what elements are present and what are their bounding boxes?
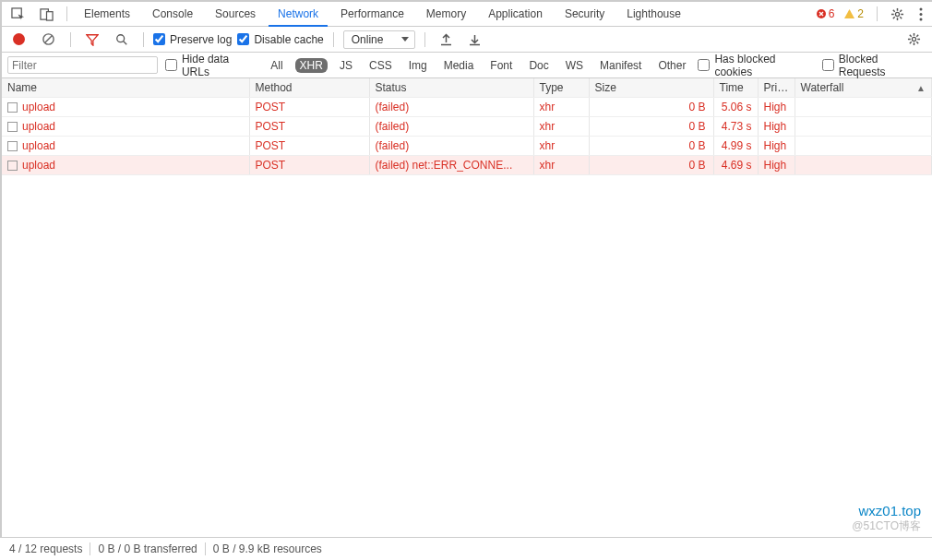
status-transferred: 0 B / 0 B transferred — [98, 542, 197, 555]
cell-type: xhr — [533, 137, 589, 156]
type-filter-js[interactable]: JS — [335, 58, 357, 73]
upload-har-icon[interactable] — [435, 28, 458, 52]
tab-performance[interactable]: Performance — [331, 2, 413, 26]
filter-icon[interactable] — [80, 28, 104, 52]
cell-name: upload — [2, 137, 249, 156]
inspect-element-icon[interactable] — [6, 2, 30, 26]
table-row[interactable]: uploadPOST(failed)xhr0 B4.99 sHigh — [2, 137, 932, 156]
type-filter-ws[interactable]: WS — [561, 58, 588, 73]
cell-name: upload — [2, 117, 249, 137]
cell-name: upload — [2, 98, 249, 117]
row-checkbox[interactable] — [7, 161, 18, 171]
svg-line-10 — [900, 17, 902, 18]
svg-line-9 — [893, 9, 895, 11]
preserve-log-label: Preserve log — [170, 33, 232, 46]
blocked-requests-label: Blocked Requests — [839, 53, 926, 78]
cell-time: 4.69 s — [713, 156, 758, 175]
row-checkbox[interactable] — [7, 102, 18, 113]
type-filter-css[interactable]: CSS — [364, 58, 397, 73]
cell-status: (failed) — [369, 137, 533, 156]
disable-cache-checkbox[interactable]: Disable cache — [237, 33, 323, 46]
hide-data-urls-checkbox[interactable]: Hide data URLs — [165, 53, 258, 78]
tab-network[interactable]: Network — [269, 2, 328, 27]
cell-method: POST — [249, 137, 369, 156]
type-filter-doc[interactable]: Doc — [524, 58, 553, 73]
preserve-log-input[interactable] — [153, 33, 165, 45]
preserve-log-checkbox[interactable]: Preserve log — [153, 33, 232, 46]
filter-input[interactable] — [7, 56, 158, 74]
table-row[interactable]: uploadPOST(failed) net::ERR_CONNE...xhr0… — [2, 156, 932, 175]
hide-data-urls-label: Hide data URLs — [182, 53, 258, 78]
table-row[interactable]: uploadPOST(failed)xhr0 B4.73 sHigh — [2, 117, 932, 137]
blocked-requests-input[interactable] — [822, 59, 834, 71]
type-filter-manifest[interactable]: Manifest — [595, 58, 646, 73]
svg-line-11 — [900, 9, 902, 11]
cell-priority: High — [758, 137, 795, 156]
device-toolbar-icon[interactable] — [34, 2, 59, 26]
row-checkbox[interactable] — [7, 141, 18, 151]
col-header-status[interactable]: Status — [369, 78, 533, 98]
svg-point-13 — [920, 7, 923, 10]
type-filter-other[interactable]: Other — [653, 58, 690, 73]
search-icon[interactable] — [110, 28, 134, 52]
col-header-time[interactable]: Time — [713, 78, 758, 98]
tab-console[interactable]: Console — [143, 2, 202, 26]
tab-lighthouse[interactable]: Lighthouse — [617, 2, 690, 26]
separator — [333, 32, 334, 47]
cell-name: upload — [2, 156, 249, 175]
type-filter-font[interactable]: Font — [485, 58, 517, 73]
col-header-name[interactable]: Name — [2, 78, 249, 98]
type-filter-img[interactable]: Img — [404, 58, 432, 73]
type-filter-media[interactable]: Media — [439, 58, 479, 73]
watermark-line1: wxz01.top — [852, 502, 921, 520]
cell-size: 0 B — [589, 137, 713, 156]
cell-priority: High — [758, 117, 795, 137]
col-header-size[interactable]: Size — [589, 78, 713, 98]
tab-sources[interactable]: Sources — [206, 2, 265, 26]
svg-point-18 — [117, 34, 125, 42]
separator — [143, 32, 144, 47]
tab-application[interactable]: Application — [479, 2, 552, 26]
type-filter-xhr[interactable]: XHR — [295, 58, 328, 73]
tab-elements[interactable]: Elements — [75, 2, 139, 26]
cell-waterfall — [795, 156, 932, 175]
row-checkbox[interactable] — [7, 122, 18, 132]
svg-point-4 — [895, 12, 899, 16]
svg-point-14 — [920, 13, 923, 16]
svg-rect-2 — [47, 11, 54, 19]
col-header-waterfall-label: Waterfall — [801, 81, 844, 94]
sort-indicator-icon: ▲ — [916, 83, 926, 93]
error-count: 6 — [829, 7, 835, 20]
col-header-waterfall[interactable]: Waterfall ▲ — [795, 78, 932, 98]
settings-icon[interactable] — [885, 2, 910, 26]
error-count-badge[interactable]: 6 — [816, 7, 835, 20]
record-button[interactable] — [7, 28, 30, 52]
cell-status: (failed) net::ERR_CONNE... — [369, 156, 533, 175]
warning-count-badge[interactable]: 2 — [843, 7, 864, 20]
svg-point-22 — [912, 37, 915, 41]
hide-data-urls-input[interactable] — [165, 59, 177, 71]
disable-cache-input[interactable] — [237, 33, 249, 45]
tab-security[interactable]: Security — [556, 2, 614, 26]
table-row[interactable]: uploadPOST(failed)xhr0 B5.06 sHigh — [2, 98, 932, 117]
blocked-requests-checkbox[interactable]: Blocked Requests — [822, 53, 926, 78]
type-filter-all[interactable]: All — [266, 58, 287, 73]
requests-table: Name Method Status Type Size Time Prior.… — [2, 78, 932, 175]
error-icon — [816, 8, 827, 19]
col-header-method[interactable]: Method — [249, 78, 369, 98]
svg-line-27 — [910, 35, 912, 37]
throttling-select[interactable]: Online — [343, 30, 415, 49]
tab-memory[interactable]: Memory — [417, 2, 475, 26]
network-settings-icon[interactable] — [902, 28, 926, 52]
watermark: wxz01.top @51CTO博客 — [852, 502, 921, 534]
clear-icon[interactable] — [36, 28, 61, 52]
has-blocked-cookies-checkbox[interactable]: Has blocked cookies — [698, 53, 814, 78]
download-har-icon[interactable] — [463, 28, 486, 52]
col-header-priority[interactable]: Prior... — [758, 78, 795, 98]
more-menu-icon[interactable] — [914, 2, 928, 26]
col-header-type[interactable]: Type — [533, 78, 589, 98]
has-blocked-cookies-input[interactable] — [698, 59, 710, 71]
cell-waterfall — [795, 117, 932, 137]
cell-time: 5.06 s — [713, 98, 758, 117]
devtools-tabs: Elements Console Sources Network Perform… — [2, 2, 932, 27]
